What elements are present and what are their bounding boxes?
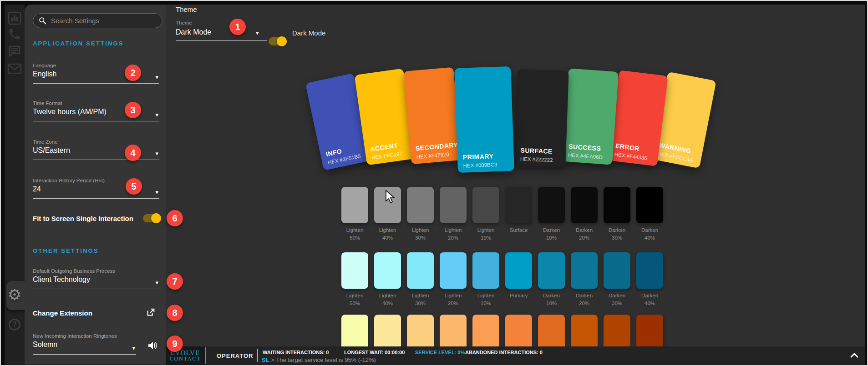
- waiting-interactions-stat: WAITING INTERACTIONS: 0: [263, 350, 329, 355]
- swatch-surface-ramp-7[interactable]: [571, 187, 598, 223]
- swatch-primary-ramp-4[interactable]: [472, 252, 499, 289]
- swatch-cell: [374, 315, 401, 351]
- chevron-down-icon[interactable]: ▾: [155, 189, 158, 196]
- operator-label: OPERATOR: [217, 352, 253, 359]
- mail-icon[interactable]: [5, 61, 25, 77]
- ringtones-field: New Incoming Interaction Ringtones Solem…: [33, 333, 136, 355]
- logo-divider: [205, 347, 206, 364]
- card-hex-label: HEX #222222: [520, 156, 553, 162]
- swatch-cell: Primary: [505, 252, 532, 307]
- swatch-cell: Lighten30%: [407, 187, 434, 242]
- swatch-primary-ramp-7[interactable]: [571, 252, 598, 289]
- gear-icon[interactable]: ⚙: [5, 286, 25, 303]
- brand-name-bottom: CONTACT: [170, 356, 201, 362]
- swatch-cell: Lighten40%: [374, 187, 401, 242]
- chevron-up-icon[interactable]: [850, 352, 859, 360]
- swatch-surface-ramp-0[interactable]: [341, 187, 368, 223]
- swatch-primary-ramp-2[interactable]: [407, 252, 434, 289]
- swatch-primary-ramp-9[interactable]: [636, 252, 663, 289]
- swatch-label: Lighten10%: [472, 292, 499, 307]
- chevron-down-icon[interactable]: ▾: [155, 279, 158, 286]
- swatch-surface-ramp-4[interactable]: [472, 187, 499, 223]
- chevron-down-icon[interactable]: ▾: [155, 111, 158, 118]
- swatch-accent-ramp-0[interactable]: [341, 315, 368, 351]
- theme-field-label: Theme: [176, 20, 192, 25]
- chevron-down-icon[interactable]: ▾: [256, 30, 259, 36]
- sl-prefix: SL: [262, 356, 269, 363]
- swatch-primary-ramp-8[interactable]: [604, 252, 630, 289]
- swatch-surface-ramp-6[interactable]: [538, 187, 565, 223]
- chat-icon[interactable]: [5, 43, 25, 59]
- swatch-accent-ramp-5[interactable]: [505, 315, 532, 351]
- swatch-label: Lighten50%: [341, 292, 368, 307]
- card-name: ACCENT: [370, 142, 398, 153]
- swatch-primary-ramp-0[interactable]: [341, 252, 368, 289]
- swatch-surface-ramp-2[interactable]: [407, 187, 434, 223]
- swatch-primary-ramp-3[interactable]: [440, 252, 467, 289]
- fit-to-screen-label: Fit to Screen Single Interaction: [33, 215, 133, 222]
- theme-card-surface[interactable]: SURFACEHEX #222222: [514, 69, 569, 167]
- swatch-cell: Lighten50%: [341, 187, 368, 242]
- swatch-primary-ramp-1[interactable]: [374, 252, 401, 289]
- chevron-down-icon[interactable]: ▾: [155, 150, 158, 157]
- phone-icon[interactable]: [5, 26, 25, 42]
- swatch-accent-ramp-9[interactable]: [636, 315, 663, 351]
- annotation-badge-4: 4: [125, 145, 141, 161]
- swatch-cell: Lighten40%: [374, 252, 401, 307]
- theme-field-value[interactable]: Dark Mode: [176, 28, 211, 36]
- swatch-label: Primary: [505, 292, 532, 300]
- swatch-surface-ramp-9[interactable]: [636, 187, 663, 223]
- card-name: ERROR: [615, 142, 640, 152]
- swatch-primary-ramp-6[interactable]: [538, 252, 565, 289]
- chevron-down-icon[interactable]: ▾: [155, 74, 158, 80]
- swatch-cell: Surface: [505, 187, 532, 242]
- swatch-cell: Lighten10%: [472, 252, 499, 307]
- swatch-accent-ramp-1[interactable]: [374, 315, 401, 351]
- swatch-accent-ramp-8[interactable]: [604, 315, 630, 351]
- theme-card-secondary[interactable]: SECONDARYHEX #F47920: [403, 67, 461, 165]
- swatch-cell: [407, 315, 434, 351]
- swatch-surface-ramp-8[interactable]: [604, 187, 630, 223]
- swatch-accent-ramp-6[interactable]: [538, 315, 565, 351]
- card-name: SURFACE: [520, 146, 553, 155]
- swatch-accent-ramp-4[interactable]: [472, 315, 499, 351]
- theme-card-success[interactable]: SUCCESSHEX #4EA96D: [562, 68, 619, 165]
- dark-mode-toggle[interactable]: [269, 37, 286, 45]
- speaker-icon[interactable]: [147, 341, 157, 352]
- time-zone-label: Time Zone: [33, 139, 159, 145]
- swatch-label: Darken30%: [604, 292, 630, 307]
- swatch-accent-ramp-2[interactable]: [407, 315, 434, 351]
- ringtones-value[interactable]: Solemn: [33, 341, 136, 349]
- swatch-label: Lighten20%: [440, 292, 467, 307]
- swatch-primary-ramp-5[interactable]: [505, 252, 532, 289]
- swatch-cell: Darken20%: [571, 252, 598, 307]
- external-link-icon[interactable]: [146, 307, 156, 319]
- annotation-badge-5: 5: [126, 178, 142, 195]
- swatch-cell: Lighten10%: [472, 187, 499, 242]
- search-input[interactable]: [50, 16, 150, 25]
- stats-icon[interactable]: [5, 10, 25, 26]
- swatch-surface-ramp-5[interactable]: [505, 187, 532, 223]
- swatch-cell: [341, 315, 368, 351]
- swatch-label: Lighten40%: [374, 292, 401, 307]
- swatch-cell: [538, 315, 565, 351]
- page-title: Theme: [176, 5, 197, 13]
- annotation-badge-7: 7: [167, 273, 183, 290]
- help-icon[interactable]: ?: [5, 316, 25, 333]
- ringtones-label: New Incoming Interaction Ringtones: [33, 333, 136, 339]
- card-name: PRIMARY: [463, 152, 494, 160]
- abandoned-interactions-stat: ABANDONED INTERACTIONS: 0: [465, 350, 543, 355]
- theme-card-primary[interactable]: PRIMARYHEX #009BC3: [454, 66, 514, 173]
- swatch-surface-ramp-3[interactable]: [440, 187, 467, 223]
- swatch-accent-ramp-3[interactable]: [440, 315, 467, 351]
- fit-to-screen-toggle[interactable]: [143, 214, 160, 222]
- swatch-surface-ramp-1[interactable]: [374, 187, 401, 223]
- swatch-accent-ramp-7[interactable]: [571, 315, 598, 351]
- swatch-label: Lighten30%: [407, 226, 434, 242]
- icon-rail: ⚙ ?: [5, 5, 25, 365]
- chevron-down-icon[interactable]: ▾: [132, 345, 135, 351]
- outgoing-bp-value[interactable]: Client Technology: [33, 276, 159, 284]
- swatch-cell: Darken20%: [571, 187, 598, 242]
- annotation-badge-6: 6: [167, 210, 183, 226]
- search-settings-box[interactable]: [33, 13, 162, 28]
